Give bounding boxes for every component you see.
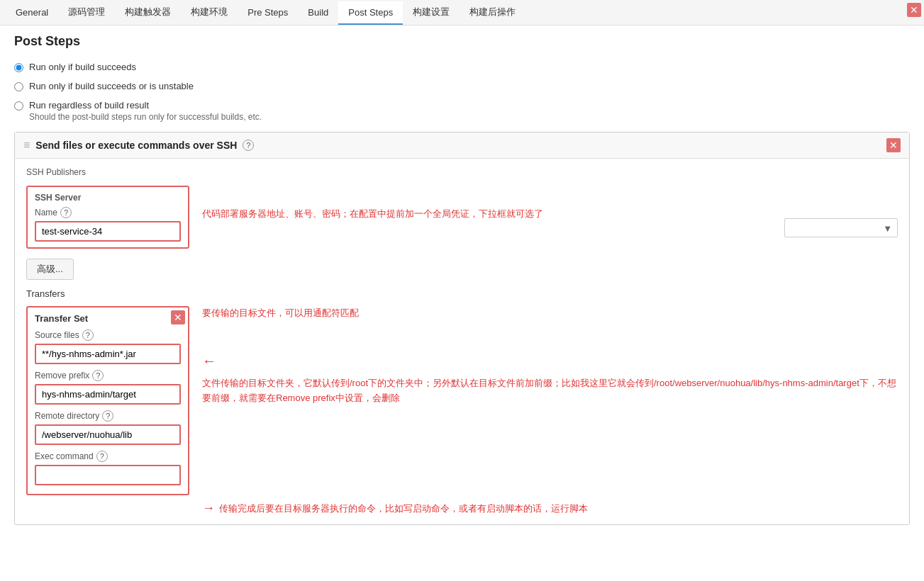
nav-item-构建后操作[interactable]: 构建后操作 bbox=[460, 0, 525, 26]
source-files-help-icon[interactable]: ? bbox=[82, 329, 94, 341]
radio-label-3: Run regardless of build result bbox=[29, 100, 262, 111]
ssh-name-field-label: Name ? bbox=[35, 207, 181, 218]
advanced-button[interactable]: 高级... bbox=[26, 259, 74, 280]
transfer-set-title: Transfer Set bbox=[35, 313, 181, 324]
ssh-server-label: SSH Server bbox=[35, 193, 81, 203]
nav-item-pre-steps[interactable]: Pre Steps bbox=[238, 1, 298, 25]
remote-dir-label: Remote directory ? bbox=[35, 410, 181, 422]
ssh-server-select[interactable] bbox=[784, 218, 898, 237]
remote-dir-field: Remote directory ? bbox=[35, 410, 181, 445]
transfer-annotations: 要传输的目标文件，可以用通配符匹配 ← 文件传输的目标文件夹，它默认传到/roo… bbox=[189, 306, 898, 405]
transfer-set-outer-row: ✕ Transfer Set Source files ? bbox=[26, 306, 898, 495]
page-wrapper: General源码管理构建触发器构建环境Pre StepsBuildPost S… bbox=[0, 0, 924, 581]
ssh-server-narrow-box: SSH Server ✕ Name ? bbox=[26, 186, 189, 249]
radio-label-2: Run only if build succeeds or is unstabl… bbox=[29, 81, 194, 91]
nav-item-构建设置[interactable]: 构建设置 bbox=[403, 0, 460, 26]
radio-item-2: Run only if build succeeds or is unstabl… bbox=[14, 81, 910, 91]
source-files-label: Source files ? bbox=[35, 329, 181, 341]
radio-item-3: Run regardless of build result Should th… bbox=[14, 100, 910, 122]
ssh-section-card: ≡ Send files or execute commands over SS… bbox=[14, 132, 910, 525]
drag-handle-icon[interactable]: ≡ bbox=[23, 139, 30, 152]
radio-hint-3: Should the post-build steps run only for… bbox=[29, 112, 262, 122]
exec-cmd-input[interactable] bbox=[35, 465, 181, 485]
exec-annotation-row: → 传输完成后要在目标服务器执行的命令，比如写启动命令，或者有启动脚本的话，运行… bbox=[26, 501, 898, 516]
ssh-server-annotation: 代码部署服务器地址、账号、密码；在配置中提前加一个全局凭证，下拉框就可选了 bbox=[189, 207, 784, 222]
source-files-input[interactable] bbox=[35, 344, 181, 364]
remove-prefix-input[interactable] bbox=[35, 384, 181, 405]
top-nav: General源码管理构建触发器构建环境Pre StepsBuildPost S… bbox=[0, 0, 924, 26]
radio-regardless[interactable] bbox=[14, 101, 23, 111]
exec-cmd-label: Exec command ? bbox=[35, 451, 181, 462]
page-title: Post Steps bbox=[14, 34, 910, 49]
remote-dir-help-icon[interactable]: ? bbox=[102, 410, 113, 422]
exec-arrow-icon: → bbox=[202, 501, 215, 516]
radio-item-1: Run only if build succeeds bbox=[14, 62, 910, 72]
source-files-annotation: 要传输的目标文件，可以用通配符匹配 bbox=[202, 306, 898, 321]
ssh-dropdown-wrapper: ▼ bbox=[784, 218, 898, 237]
remote-dir-annotation: 文件传输的目标文件夹，它默认传到/root下的文件夹中；另外默认在目标文件前加前… bbox=[202, 376, 898, 406]
ssh-server-row: SSH Server ✕ Name ? 代码部署服务器地址、账号、密码；在配置中… bbox=[26, 186, 898, 249]
radio-succeeds[interactable] bbox=[14, 63, 23, 72]
nav-item-构建触发器[interactable]: 构建触发器 bbox=[115, 0, 181, 26]
ssh-card-title: Send files or execute commands over SSH bbox=[35, 140, 237, 151]
radio-group: Run only if build succeeds Run only if b… bbox=[14, 62, 910, 122]
remove-prefix-label: Remove prefix ? bbox=[35, 370, 181, 381]
nav-item-构建环境[interactable]: 构建环境 bbox=[181, 0, 238, 26]
nav-item-general[interactable]: General bbox=[6, 1, 58, 25]
nav-item-post-steps[interactable]: Post Steps bbox=[338, 1, 403, 25]
ssh-server-title-row: SSH Server bbox=[35, 193, 81, 203]
remove-prefix-help-icon[interactable]: ? bbox=[92, 370, 104, 381]
ssh-close-button[interactable]: ✕ bbox=[886, 138, 901, 152]
radio-label-1: Run only if build succeeds bbox=[29, 62, 136, 72]
source-files-field: Source files ? bbox=[35, 329, 181, 364]
remove-prefix-arrow: ← bbox=[202, 349, 898, 372]
ssh-section-body: SSH Publishers SSH Server ✕ Name bbox=[15, 159, 909, 524]
ssh-server-close-btn[interactable]: ✕ bbox=[907, 3, 921, 17]
remove-prefix-field: Remove prefix ? bbox=[35, 370, 181, 405]
ssh-server-name-input[interactable] bbox=[35, 221, 181, 242]
exec-cmd-field: Exec command ? bbox=[35, 451, 181, 485]
nav-item-源码管理[interactable]: 源码管理 bbox=[58, 0, 115, 26]
exec-cmd-help-icon[interactable]: ? bbox=[96, 451, 108, 462]
nav-item-build[interactable]: Build bbox=[298, 1, 338, 25]
ssh-publishers-label: SSH Publishers bbox=[26, 167, 898, 177]
transfer-set-narrow-box: ✕ Transfer Set Source files ? bbox=[26, 306, 189, 495]
transfers-label: Transfers bbox=[26, 288, 898, 299]
ssh-help-icon[interactable]: ? bbox=[243, 140, 254, 151]
exec-annotation: → 传输完成后要在目标服务器执行的命令，比如写启动命令，或者有启动脚本的话，运行… bbox=[189, 501, 588, 516]
ssh-section-header: ≡ Send files or execute commands over SS… bbox=[15, 132, 909, 159]
arrow-left-icon: ← bbox=[202, 349, 216, 372]
ssh-server-box-header: SSH Server ✕ bbox=[35, 193, 181, 203]
ssh-name-help-icon[interactable]: ? bbox=[60, 207, 72, 218]
radio-unstable[interactable] bbox=[14, 82, 23, 91]
remote-dir-input[interactable] bbox=[35, 424, 181, 445]
transfer-close-btn[interactable]: ✕ bbox=[171, 310, 185, 325]
content-area: Post Steps Run only if build succeeds Ru… bbox=[0, 26, 924, 534]
